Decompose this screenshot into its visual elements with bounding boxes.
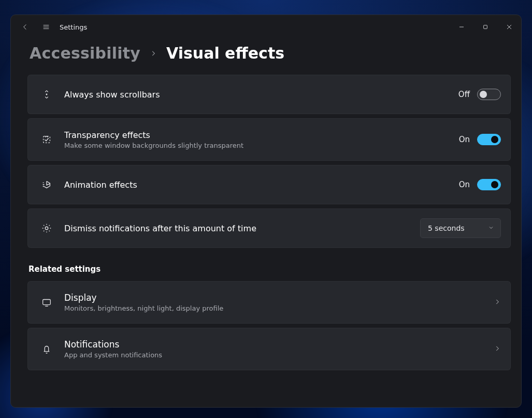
- content-area: Always show scrollbars Off Transparency …: [11, 75, 521, 385]
- breadcrumb: Accessibility Visual effects: [11, 39, 521, 75]
- toggle-state-label: Off: [458, 90, 470, 99]
- window-controls: [450, 17, 521, 37]
- display-icon: [37, 297, 56, 308]
- back-button[interactable]: [15, 17, 36, 37]
- dismiss-duration-select[interactable]: 5 seconds: [420, 218, 501, 238]
- chevron-right-icon: [494, 298, 501, 308]
- minimize-button[interactable]: [450, 17, 473, 37]
- brightness-icon: [37, 222, 56, 234]
- chevron-right-icon: [150, 47, 157, 60]
- setting-transparency: Transparency effects Make some window ba…: [27, 118, 511, 161]
- setting-animation: Animation effects On: [27, 165, 511, 204]
- setting-label: Transparency effects: [64, 130, 459, 140]
- transparency-icon: [37, 134, 56, 145]
- select-value: 5 seconds: [428, 224, 465, 232]
- animation-icon: [37, 179, 56, 190]
- chevron-down-icon: [488, 224, 494, 232]
- scrollbars-toggle[interactable]: [477, 89, 501, 100]
- menu-button[interactable]: [36, 17, 56, 37]
- related-notifications[interactable]: Notifications App and system notificatio…: [27, 328, 511, 370]
- link-subtitle: App and system notifications: [64, 351, 487, 359]
- chevron-right-icon: [494, 344, 501, 354]
- maximize-button[interactable]: [473, 17, 497, 37]
- app-title: Settings: [60, 23, 87, 31]
- setting-dismiss-notifications: Dismiss notifications after this amount …: [27, 208, 511, 248]
- svg-rect-0: [484, 25, 487, 29]
- setting-label: Always show scrollbars: [64, 90, 458, 100]
- setting-subtitle: Make some window backgrounds slightly tr…: [64, 142, 459, 149]
- animation-toggle[interactable]: [477, 179, 501, 190]
- close-button[interactable]: [497, 17, 521, 37]
- setting-label: Animation effects: [64, 180, 459, 190]
- svg-point-3: [45, 227, 48, 230]
- setting-scrollbars: Always show scrollbars Off: [27, 75, 511, 114]
- toggle-state-label: On: [459, 135, 470, 144]
- transparency-toggle[interactable]: [477, 134, 501, 145]
- toggle-state-label: On: [459, 180, 470, 189]
- breadcrumb-parent[interactable]: Accessibility: [30, 44, 140, 62]
- bell-icon: [37, 343, 56, 355]
- settings-window: Settings Accessibility Visual effects: [10, 15, 522, 408]
- svg-rect-4: [43, 300, 51, 305]
- svg-point-1: [46, 94, 48, 95]
- svg-rect-2: [44, 136, 50, 143]
- related-settings-heading: Related settings: [28, 264, 511, 274]
- link-title: Notifications: [64, 339, 487, 350]
- setting-label: Dismiss notifications after this amount …: [64, 224, 420, 233]
- link-title: Display: [64, 292, 487, 303]
- titlebar: Settings: [11, 15, 521, 39]
- link-subtitle: Monitors, brightness, night light, displ…: [64, 304, 487, 312]
- related-display[interactable]: Display Monitors, brightness, night ligh…: [27, 281, 511, 324]
- page-title: Visual effects: [166, 44, 284, 62]
- scrollbars-icon: [37, 89, 56, 100]
